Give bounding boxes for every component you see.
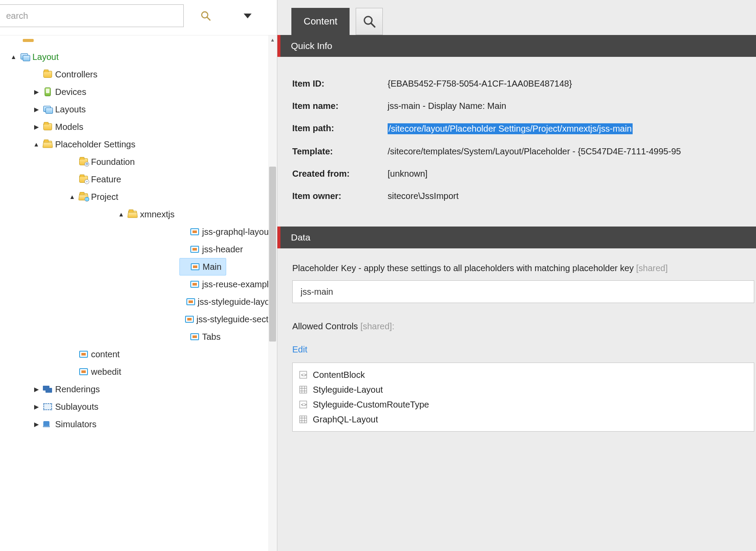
value-item-id: {EBAB5452-F758-5054-A1CF-1AA0BE487148} (388, 79, 572, 89)
placeholder-key-input[interactable] (292, 280, 754, 303)
section-title: Quick Info (291, 41, 332, 51)
tree-label: Models (55, 122, 83, 132)
layout-icon (20, 52, 30, 62)
placeholder-icon (190, 262, 200, 272)
svg-rect-6 (300, 386, 307, 393)
view-rendering-icon: <> (299, 401, 308, 408)
chevron-down-icon (244, 14, 252, 18)
label-item-id: Item ID: (292, 79, 388, 89)
tab-content[interactable]: Content (291, 8, 350, 35)
search-options-dropdown[interactable] (242, 10, 254, 22)
tab-label: Content (304, 16, 337, 27)
tree-node-models[interactable]: ▶ Models (32, 118, 277, 136)
control-row[interactable]: Styleguide-Layout (299, 382, 748, 397)
svg-line-3 (371, 23, 375, 27)
svg-line-1 (207, 17, 210, 20)
tree-node-controllers[interactable]: ▸ Controllers (32, 66, 277, 83)
tree-label: Placeholder Settings (55, 139, 135, 150)
editor-tabs: Content (277, 0, 756, 35)
search-icon (200, 10, 211, 21)
tree-node-content[interactable]: ▸content (68, 345, 277, 363)
tree-node-devices[interactable]: ▶ Devices (32, 83, 277, 101)
tree-label: Renderings (55, 384, 100, 394)
control-name: Styleguide-Layout (313, 385, 383, 395)
tree-node-simulators[interactable]: ▶Simulators (32, 415, 277, 433)
control-row[interactable]: <> Styleguide-CustomRouteType (299, 397, 748, 412)
value-template: /sitecore/templates/System/Layout/Placeh… (388, 146, 681, 157)
placeholder-icon (79, 349, 88, 359)
placeholder-icon (79, 367, 88, 377)
scroll-thumb[interactable] (269, 167, 276, 342)
folder-open-icon (43, 139, 52, 149)
control-row[interactable]: GraphQL-Layout (299, 412, 748, 427)
label-template: Template: (292, 146, 388, 157)
value-item-name: jss-main - Display Name: Main (388, 101, 506, 111)
folder-icon: ⚙ (79, 157, 88, 167)
tree-label: Project (91, 192, 118, 202)
tree-label: Tabs (202, 332, 220, 342)
tree-node-xmnextjs[interactable]: ▲ xmnextjs (117, 206, 277, 223)
tree-node-jss-header[interactable]: ▸jss-header (179, 241, 277, 258)
value-created-from: [unknown] (388, 169, 427, 179)
grid-icon (299, 386, 308, 394)
tree-panel: ▲ ▲ Layout ▸ (0, 0, 277, 551)
label-item-path: Item path: (292, 123, 388, 133)
tree-label: Controllers (55, 70, 98, 80)
scrollbar[interactable]: ▲ (268, 35, 277, 551)
view-rendering-icon: <> (299, 371, 308, 379)
tree-label: jss-reuse-example (202, 279, 273, 289)
layout-icon (43, 105, 52, 114)
tree-node-main[interactable]: ▸Main (179, 258, 226, 276)
tree-label: Foundation (91, 157, 135, 167)
tree-view[interactable]: ▲ ▲ Layout ▸ (0, 35, 277, 551)
sublayout-icon (43, 402, 52, 412)
value-item-owner: sitecore\JssImport (388, 191, 458, 201)
svg-text:<>: <> (301, 372, 307, 377)
tree-label: Feature (91, 174, 121, 185)
tree-label: Main (203, 262, 221, 272)
search-button[interactable] (200, 10, 212, 22)
tree-node-feature[interactable]: ▸ + Feature (68, 171, 277, 188)
tree-node-foundation[interactable]: ▸ ⚙ Foundation (68, 153, 277, 171)
label-item-owner: Item owner: (292, 191, 388, 201)
simulator-icon (43, 419, 52, 429)
folder-icon (43, 70, 52, 79)
tree-label: jss-styleguide-section (196, 314, 277, 324)
scroll-up-icon[interactable]: ▲ (268, 35, 277, 44)
tree-node-project[interactable]: ▲ 🌐 Project (68, 188, 277, 206)
device-icon (43, 87, 52, 97)
placeholder-icon (185, 314, 194, 324)
tree-node-layout[interactable]: ▲ Layout (10, 48, 277, 66)
tree-node-jss-graphql-layout[interactable]: ▸jss-graphql-layout (179, 223, 277, 241)
tree-node-renderings[interactable]: ▶Renderings (32, 380, 277, 398)
allowed-controls-label: Allowed Controls [shared]: (292, 321, 756, 331)
tree-node-placeholder-settings[interactable]: ▲ Placeholder Settings (32, 136, 277, 153)
section-title: Data (291, 232, 310, 243)
control-name: GraphQL-Layout (313, 415, 378, 425)
value-item-path[interactable]: /sitecore/layout/Placeholder Settings/Pr… (388, 123, 633, 134)
tree-node-jss-styleguide-layout[interactable]: ▸jss-styleguide-layout (179, 293, 277, 310)
folder-open-icon: 🌐 (79, 192, 88, 202)
edit-link[interactable]: Edit (292, 345, 307, 355)
tree-label: webedit (91, 367, 121, 377)
section-data[interactable]: Data (277, 227, 756, 248)
folder-open-icon (128, 209, 137, 219)
svg-rect-13 (300, 416, 307, 423)
allowed-controls-box: <> ContentBlock Styleguide-Layout <> Sty… (292, 363, 754, 432)
placeholder-icon (186, 297, 195, 307)
control-row[interactable]: <> ContentBlock (299, 367, 748, 382)
folder-icon: + (79, 174, 88, 184)
renderings-icon (43, 384, 52, 394)
tree-node-sublayouts[interactable]: ▶Sublayouts (32, 398, 277, 415)
tree-node-layouts[interactable]: ▶ Layouts (32, 101, 277, 118)
tree-node-jss-styleguide-section[interactable]: ▸jss-styleguide-section (179, 310, 277, 328)
section-quick-info[interactable]: Quick Info (277, 35, 756, 57)
tree-label: jss-graphql-layout (202, 227, 271, 237)
editor-panel: Content Quick Info Item ID:{EBAB5452-F75… (277, 0, 756, 551)
tree-node-jss-reuse-example[interactable]: ▸jss-reuse-example (179, 276, 277, 293)
tree-node-tabs[interactable]: ▸Tabs (179, 328, 277, 345)
placeholder-icon (190, 279, 200, 289)
tab-search-button[interactable] (356, 8, 383, 35)
tree-node-webedit[interactable]: ▸webedit (68, 363, 277, 380)
search-input[interactable] (0, 4, 184, 27)
